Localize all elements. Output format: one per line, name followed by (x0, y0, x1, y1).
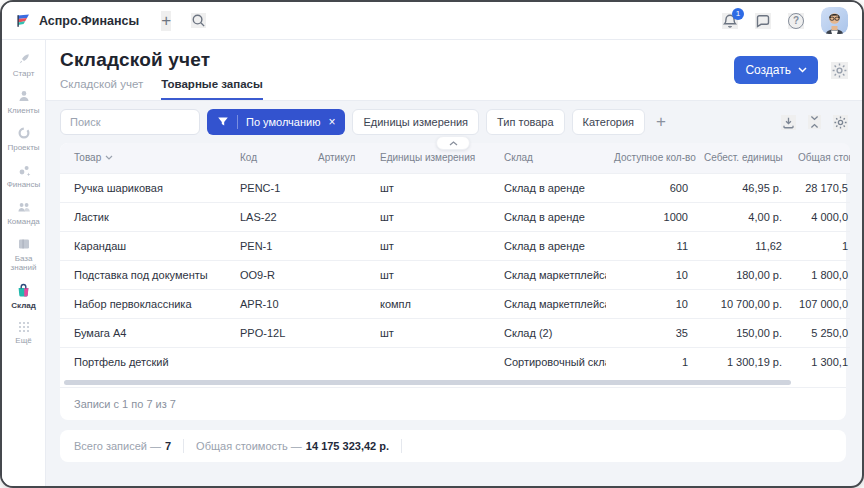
table-cell: 1000 (606, 202, 696, 231)
table-cell: 1 (606, 347, 696, 376)
more-grid-icon (17, 320, 31, 334)
records-info: Записи с 1 по 7 из 7 (60, 387, 846, 420)
active-filter-label: По умолчанию (246, 116, 320, 128)
column-header-total-cost[interactable]: Общая стоим (790, 143, 850, 173)
column-header-units[interactable]: Единицы измерения (372, 143, 496, 173)
user-avatar[interactable] (821, 7, 848, 34)
collapse-rows-icon[interactable] (808, 115, 821, 129)
sidebar-item-projects[interactable]: Проекты (2, 125, 45, 152)
sidebar-item-knowledge[interactable]: База знаний (2, 236, 45, 272)
sidebar-item-clients[interactable]: Клиенты (2, 88, 45, 115)
table-cell (310, 173, 372, 202)
active-filter-chip[interactable]: По умолчанию × (207, 109, 345, 135)
table-cell: 107 000,0 (790, 289, 850, 318)
chat-icon[interactable] (755, 13, 771, 29)
horizontal-scrollbar[interactable] (62, 378, 844, 387)
table-cell: 5 250,0 (790, 318, 850, 347)
table-row[interactable]: Бумага А4PPO-12LштСклад (2)35150,00 р.5 … (60, 318, 850, 347)
table-cell: компл (372, 289, 496, 318)
table-cell: 4 000,0 (790, 202, 850, 231)
table-cell: 10 (606, 260, 696, 289)
table-cell: Карандаш (60, 231, 232, 260)
table-cell: Портфель детский (60, 347, 232, 376)
table-cell: PEN-1 (232, 231, 310, 260)
help-button[interactable]: ? (788, 13, 804, 29)
table-cell: 10 700,00 р. (696, 289, 790, 318)
funnel-icon (217, 116, 229, 128)
table-cell: Ручка шариковая (60, 173, 232, 202)
search-input[interactable] (60, 109, 200, 135)
table-cell (310, 231, 372, 260)
table-row[interactable]: Набор первоклассникаAPR-10комплСклад мар… (60, 289, 850, 318)
brand[interactable]: Аспро.Финансы (16, 13, 139, 29)
finance-icon (16, 162, 32, 178)
filter-chip-category[interactable]: Категория (572, 109, 645, 135)
table-cell: 1 (790, 231, 850, 260)
create-button[interactable]: Создать (734, 56, 818, 84)
total-records: Всего записей —7 (74, 440, 171, 452)
summary-divider (183, 439, 184, 453)
column-header-article[interactable]: Артикул (310, 143, 372, 173)
tab-warehouse-accounting[interactable]: Складской учет (60, 78, 143, 100)
sidebar-label: Проекты (7, 143, 39, 152)
sidebar-item-start[interactable]: Старт (2, 51, 45, 78)
table-cell: шт (372, 202, 496, 231)
total-cost: Общая стоимость —14 175 323,42 р. (196, 440, 389, 452)
table-cell: 1 800,0 (790, 260, 850, 289)
table-cell: Склад маркетплейса (496, 289, 606, 318)
table-cell: 35 (606, 318, 696, 347)
clear-filter-icon[interactable]: × (328, 116, 335, 128)
sidebar-label: Склад (11, 301, 36, 310)
table-cell: Подставка под документы (60, 260, 232, 289)
column-header-warehouse[interactable]: Склад (496, 143, 606, 173)
table-cell: Склад маркетплейса (496, 260, 606, 289)
filter-chip-product-type[interactable]: Тип товара (486, 109, 565, 135)
clients-icon (16, 88, 32, 104)
summary-divider (401, 439, 402, 453)
table-row[interactable]: Портфель детскийСортировочный скла11 300… (60, 347, 850, 376)
table-cell: 1 300,19 р. (696, 347, 790, 376)
table-cell: 600 (606, 173, 696, 202)
table-cell: Склад в аренде (496, 173, 606, 202)
sidebar-item-warehouse[interactable]: Склад (2, 282, 45, 310)
total-cost-value: 14 175 323,42 р. (306, 440, 389, 452)
table-cell (232, 347, 310, 376)
table-row[interactable]: ЛастикLAS-22штСклад в аренде10004,00 р.4… (60, 202, 850, 231)
page-settings-gear-icon[interactable] (831, 62, 848, 79)
sidebar-label: Финансы (7, 180, 41, 189)
notifications-button[interactable]: 1 (722, 13, 738, 29)
table-row[interactable]: Ручка шариковаяPENC-1штСклад в аренде600… (60, 173, 850, 202)
table-cell: Набор первоклассника (60, 289, 232, 318)
page-header: Складской учет Складской учет Товарные з… (46, 40, 862, 101)
main-content: Складской учет Складской учет Товарные з… (46, 40, 862, 486)
tab-inventory[interactable]: Товарные запасы (161, 78, 263, 100)
sidebar-item-more[interactable]: Ещё (2, 320, 45, 345)
column-header-code[interactable]: Код (232, 143, 310, 173)
add-filter-button[interactable]: + (656, 112, 666, 132)
column-header-product[interactable]: Товар (60, 143, 232, 173)
table-cell: Склад в аренде (496, 231, 606, 260)
sidebar-label: Старт (13, 69, 35, 78)
scrollbar-thumb[interactable] (64, 380, 791, 385)
question-icon: ? (788, 13, 804, 29)
top-bar: Аспро.Финансы + 1 (2, 2, 862, 40)
search-icon[interactable] (191, 13, 206, 28)
column-header-available-qty[interactable]: Доступное кол-во (606, 143, 696, 173)
sidebar-label: Ещё (15, 336, 31, 345)
table-row[interactable]: Подставка под документыOO9-RштСклад марк… (60, 260, 850, 289)
table-cell: OO9-R (232, 260, 310, 289)
table-row[interactable]: КарандашPEN-1штСклад в аренде1111,621 (60, 231, 850, 260)
table-cell: 180,00 р. (696, 260, 790, 289)
tabs: Складской учет Товарные запасы (60, 78, 263, 100)
collapse-table-button[interactable] (436, 136, 470, 150)
download-icon[interactable] (781, 115, 796, 130)
sidebar-item-finance[interactable]: Финансы (2, 162, 45, 189)
column-header-unit-cost[interactable]: Себест. единицы (696, 143, 790, 173)
table-cell: 11,62 (696, 231, 790, 260)
global-add-button[interactable]: + (161, 11, 171, 31)
table-cell: 150,00 р. (696, 318, 790, 347)
warehouse-bag-icon (15, 282, 32, 299)
sidebar-item-team[interactable]: Команда (2, 199, 45, 226)
filter-chip-units[interactable]: Единицы измерения (352, 109, 479, 135)
table-settings-gear-icon[interactable] (833, 115, 848, 130)
